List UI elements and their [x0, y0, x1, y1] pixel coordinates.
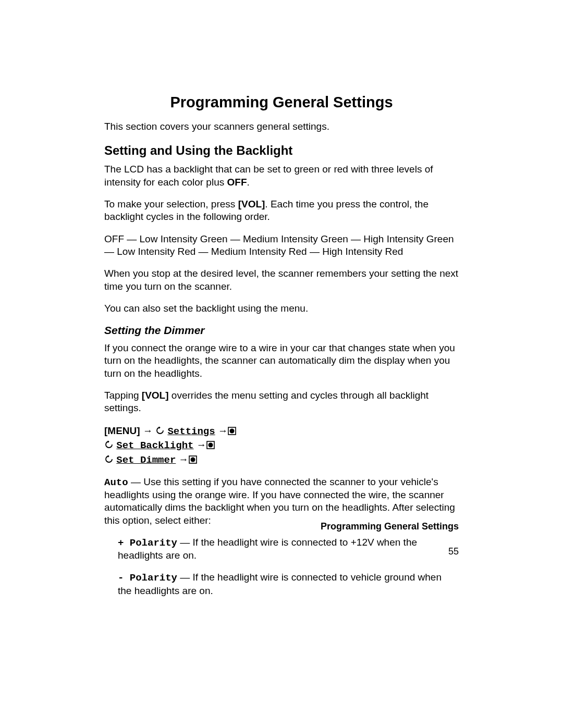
page-title: Programming General Settings: [104, 94, 459, 111]
svg-point-5: [190, 457, 195, 462]
vol-button-label: [VOL]: [238, 199, 265, 209]
arrow-icon: →: [218, 425, 228, 436]
menu-set-backlight: Set Backlight: [116, 440, 193, 451]
select-icon: [189, 454, 197, 467]
auto-paragraph: Auto — Use this setting if you have conn…: [104, 476, 459, 527]
vol-button-label: [VOL]: [142, 390, 169, 401]
menu-line-2: Set Backlight →: [104, 438, 459, 453]
menu-set-dimmer: Set Dimmer: [116, 454, 176, 466]
backlight-sequence: OFF — Low Intensity Green — Medium Inten…: [104, 233, 459, 258]
text: Tapping: [104, 390, 142, 401]
svg-point-1: [229, 428, 234, 433]
dimmer-p2: Tapping [VOL] overrides the menu setting…: [104, 389, 459, 415]
scroll-icon: [104, 454, 114, 467]
backlight-p5: You can also set the backlight using the…: [104, 302, 459, 315]
backlight-p1: The LCD has a backlight that can be set …: [104, 163, 459, 189]
select-icon: [228, 425, 236, 439]
backlight-p4: When you stop at the desired level, the …: [104, 267, 459, 293]
menu-label: [MENU]: [104, 425, 140, 436]
page-number: 55: [448, 546, 459, 557]
section-heading-backlight: Setting and Using the Backlight: [104, 143, 459, 158]
dimmer-p1: If you connect the orange wire to a wire…: [104, 342, 459, 380]
scroll-icon: [104, 439, 114, 453]
plus-polarity-label: + Polarity: [118, 537, 177, 549]
auto-label: Auto: [104, 477, 128, 488]
arrow-icon: →: [143, 425, 153, 436]
text: .: [247, 177, 250, 188]
scroll-icon: [155, 425, 165, 439]
arrow-icon: →: [197, 439, 206, 450]
text: The LCD has a backlight that can be set …: [104, 164, 433, 187]
minus-polarity-label: - Polarity: [118, 572, 177, 584]
polarity-plus: + Polarity — If the headlight wire is co…: [118, 536, 454, 562]
text: — Use this setting if you have connected…: [104, 476, 455, 526]
subsection-heading-dimmer: Setting the Dimmer: [104, 324, 459, 337]
svg-point-3: [208, 443, 213, 448]
menu-line-1: [MENU] → Settings →: [104, 424, 459, 439]
polarity-minus: - Polarity — If the headlight wire is co…: [118, 571, 454, 597]
text: To make your selection, press: [104, 199, 238, 209]
footer-section-label: Programming General Settings: [156, 521, 459, 532]
menu-line-3: Set Dimmer →: [104, 453, 459, 467]
page: Programming General Settings This sectio…: [0, 0, 563, 728]
backlight-p2: To make your selection, press [VOL]. Eac…: [104, 198, 459, 224]
select-icon: [206, 439, 215, 453]
arrow-icon: →: [179, 454, 189, 465]
menu-sequence: [MENU] → Settings → Set Backlight → Set …: [104, 424, 459, 467]
menu-settings: Settings: [167, 426, 215, 437]
off-label: OFF: [227, 177, 247, 188]
intro-text: This section covers your scanners genera…: [104, 120, 459, 133]
